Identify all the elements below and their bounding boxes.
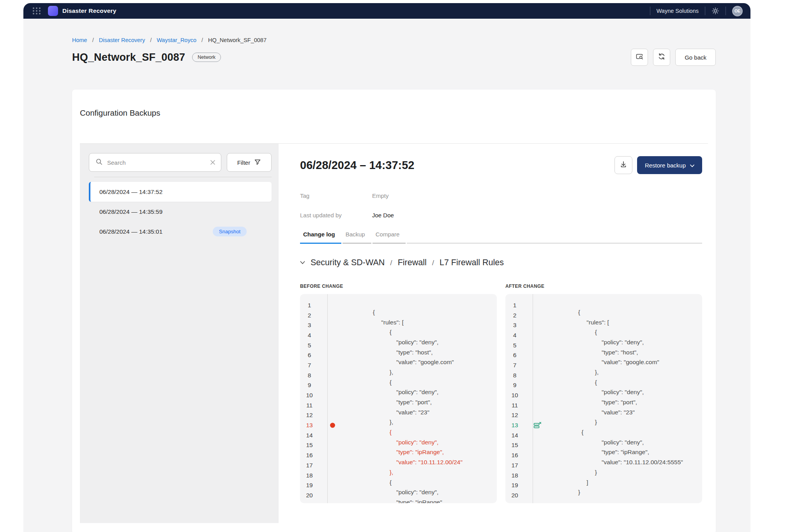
before-change-label: BEFORE CHANGE [300,284,497,289]
line-number: 14 [300,432,327,439]
search-input[interactable] [107,159,210,166]
tenant-name: Wayne Solutions [657,8,699,14]
settings-gear-icon[interactable] [711,7,719,15]
top-navbar: Disaster Recovery Wayne Solutions OE [23,3,750,19]
app-logo [48,6,58,16]
line-number: 16 [505,452,533,459]
title-row: HQ_Network_SF_0087 Network [72,49,716,66]
line-number: 19 [300,482,327,489]
breadcrumb-item[interactable]: Home / [72,37,99,43]
line-number: 8 [300,372,327,379]
line-number: 10 [300,392,327,399]
field-row: Last updated by Joe Doe [300,205,702,225]
line-number: 16 [300,452,327,459]
breadcrumb-item[interactable]: Waystar_Royco / [157,37,208,43]
line-number: 5 [300,342,327,349]
diff-view: BEFORE CHANGE 1 { [300,284,702,503]
line-number: 12 [505,412,533,419]
breadcrumb-separator: / [92,37,94,43]
line-number: 5 [505,342,533,349]
tab[interactable]: Compare [373,231,406,244]
line-number: 11 [300,402,327,409]
changelog-section-header: Security & SD-WAN/ Firewall/ L7 Firewall… [300,258,702,268]
chevron-down-icon [690,162,694,169]
line-number: 21 [300,502,327,503]
app-window: Disaster Recovery Wayne Solutions OE Hom… [23,3,750,532]
line-number: 12 [300,412,327,419]
user-avatar[interactable]: OE [732,6,743,16]
backup-list: 06/28/2024 — 14:37:52 06/28/2024 — 14:35… [89,182,272,241]
line-number: 1 [300,302,327,309]
breadcrumb-item[interactable]: HQ_Network_SF_0087 / [208,37,267,43]
preview-button[interactable] [631,49,648,66]
line-number: 17 [300,462,327,469]
line-number: 17 [505,462,533,469]
tabs-underline-track [407,231,702,244]
metadata-fields: Tag Empty Last updated by Joe Doe [300,186,702,225]
restore-backup-button[interactable]: Restore backup [637,156,702,174]
breadcrumb-item[interactable]: Disaster Recovery / [99,37,157,43]
divider [94,177,272,177]
line-number: 8 [505,372,533,379]
card-title: Configuration Backups [80,90,708,118]
refresh-button[interactable] [653,49,670,66]
configuration-backups-card: Configuration Backups [72,90,716,532]
backup-title: 06/28/2024 – 14:37:52 [300,159,414,172]
line-number: 21 [505,502,533,503]
chevron-down-icon[interactable] [300,261,305,264]
backup-list-item[interactable]: 06/28/2024 — 14:35:01 Snapshot [89,222,272,241]
line-number: 7 [505,362,533,369]
breadcrumb-separator: / [201,37,203,43]
network-type-badge: Network [192,53,221,62]
line-number: 20 [505,492,533,499]
download-icon [620,160,627,170]
go-back-button[interactable]: Go back [675,49,716,66]
line-number: 9 [300,382,327,389]
line-number: 19 [505,482,533,489]
search-box [89,153,221,172]
line-number: 15 [300,442,327,449]
divider [726,7,726,15]
section-path: Security & SD-WAN/ Firewall/ L7 Firewall… [311,258,504,268]
line-number: 9 [505,382,533,389]
line-number: 6 [300,352,327,359]
line-number: 14 [505,432,533,439]
tab[interactable]: Change log [300,231,341,244]
line-number: 3 [505,322,533,329]
line-number: 4 [505,332,533,339]
divider [650,7,650,15]
field-row: Tag Empty [300,186,702,205]
tab[interactable]: Backup [343,231,371,244]
section-path-segment: L7 Firewall Rules/ [440,258,504,268]
preview-icon [635,52,644,62]
section-path-segment: Firewall/ [398,258,440,268]
code-line: 21 "value": "10.11.12.00/24:5555" [300,500,497,503]
download-button[interactable] [614,156,632,174]
line-number: 10 [505,392,533,399]
line-number: 7 [300,362,327,369]
filter-button[interactable]: Filter [227,153,272,172]
page-content: Home / Disaster Recovery / Waystar_Royco… [23,19,750,532]
after-change-pane: 1 { 2 [505,294,702,503]
backup-list-item[interactable]: 06/28/2024 — 14:35:59 [89,202,272,222]
divider [705,7,705,15]
breadcrumb: Home / Disaster Recovery / Waystar_Royco… [23,19,750,43]
app-launcher-icon[interactable] [33,7,41,14]
section-path-segment: Security & SD-WAN/ [311,258,398,268]
line-number: 4 [300,332,327,339]
funnel-icon [254,159,261,167]
backup-list-panel: Filter 06/28/2024 — 14:37:52 [80,144,279,523]
page-title: HQ_Network_SF_0087 [72,51,185,63]
line-number: 6 [505,352,533,359]
clear-search-icon[interactable] [210,160,215,165]
line-number: 15 [505,442,533,449]
line-number: 11 [505,402,533,409]
line-number: 18 [505,472,533,479]
line-number: 13 [505,422,533,429]
snapshot-badge: Snapshot [213,227,247,236]
line-number: 13 [300,422,327,429]
backup-list-item[interactable]: 06/28/2024 — 14:37:52 [89,182,272,202]
code-line: 21 [505,500,702,503]
after-change-label: AFTER CHANGE [505,284,702,289]
refresh-icon [657,52,666,62]
